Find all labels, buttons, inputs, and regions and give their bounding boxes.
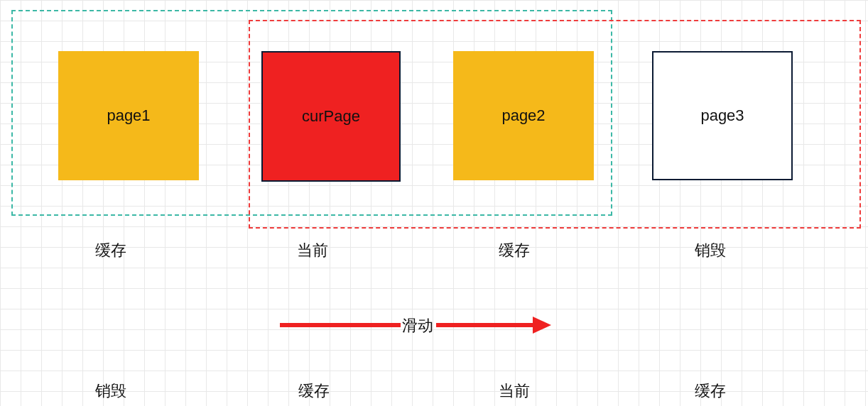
state-before-col2: 当前 bbox=[297, 240, 328, 261]
state-after-col3: 当前 bbox=[499, 380, 530, 402]
page-box-2-label: page2 bbox=[501, 106, 545, 125]
state-before-col4: 销毁 bbox=[695, 240, 726, 261]
state-before-col3: 缓存 bbox=[499, 240, 530, 261]
page-box-2: page2 bbox=[453, 51, 594, 180]
swipe-arrow: 滑动 bbox=[280, 317, 550, 334]
state-after-col4: 缓存 bbox=[695, 380, 726, 402]
state-after-col1: 销毁 bbox=[95, 380, 126, 402]
page-box-3: page3 bbox=[652, 51, 793, 180]
swipe-arrow-line bbox=[280, 323, 401, 327]
swipe-arrow-label: 滑动 bbox=[402, 315, 433, 336]
page-box-1-label: page1 bbox=[107, 106, 150, 125]
swipe-arrow-line-2 bbox=[436, 323, 533, 327]
state-before-col1: 缓存 bbox=[95, 240, 126, 261]
state-after-col2: 缓存 bbox=[298, 380, 330, 402]
swipe-arrow-head bbox=[533, 317, 551, 334]
page-box-current-label: curPage bbox=[302, 107, 360, 126]
page-box-1: page1 bbox=[58, 51, 199, 180]
page-box-3-label: page3 bbox=[700, 106, 744, 125]
page-box-current: curPage bbox=[261, 51, 401, 182]
